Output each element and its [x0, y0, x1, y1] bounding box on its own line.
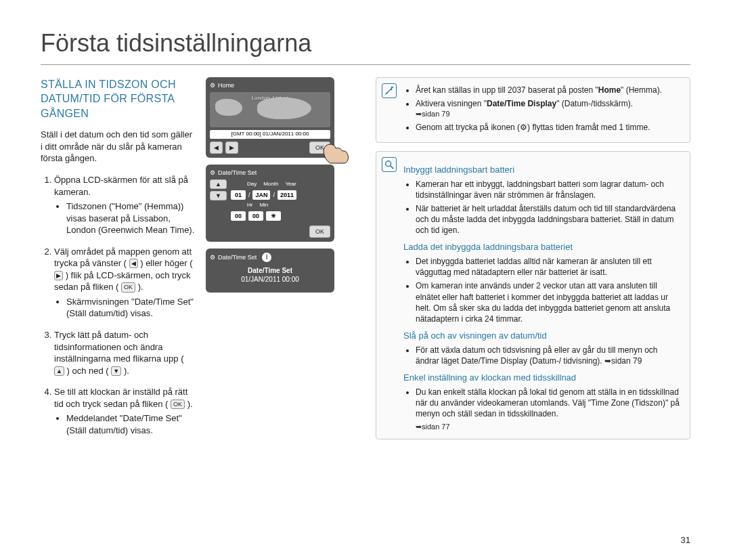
step-4-sub: Meddelandet "Date/Time Set" (Ställ datum…: [66, 412, 196, 436]
map-prev-button[interactable]: ◀: [210, 142, 223, 154]
step-3b: ) och ned (: [67, 366, 109, 376]
map-location: London, Lisbon: [252, 95, 289, 102]
screens-column: ⚙ Home London, Lisbon [GMT 00:00] 01/JAN…: [206, 77, 355, 448]
step-3c: ).: [124, 366, 129, 376]
screen-datetime-title: Date/Time Set: [218, 169, 257, 177]
world-map: London, Lisbon: [210, 92, 330, 127]
info-icon: i: [262, 253, 271, 262]
label-min: Min: [259, 202, 268, 209]
info-bullet-2: Aktivera visningen "Date/Time Display" (…: [416, 98, 682, 119]
step-4a: Se till att klockan är inställd på rätt …: [54, 387, 187, 409]
value-month[interactable]: JAN: [252, 190, 270, 200]
step-2: Välj området på mappen genom att trycka …: [54, 246, 196, 320]
note-h1-b1: Kameran har ett inbyggt, laddningsbart b…: [416, 179, 682, 200]
screen-confirm-title: Date/Time Set: [218, 253, 257, 261]
datetime-down-button[interactable]: ▼: [210, 191, 227, 200]
note-h4: Enkel inställning av klockan med tidsski…: [403, 372, 682, 384]
time-header: Hr Min: [247, 202, 330, 209]
screen-home: ⚙ Home London, Lisbon [GMT 00:00] 01/JAN…: [206, 77, 334, 158]
datetime-ok-button[interactable]: OK: [309, 225, 330, 238]
value-min[interactable]: 00: [248, 211, 263, 221]
label-year: Year: [285, 181, 296, 188]
step-1: Öppna LCD-skärmen för att slå på kameran…: [54, 174, 196, 236]
label-hr: Hr: [247, 202, 252, 209]
note-h1: Inbyggt laddningsbart batteri: [403, 164, 682, 176]
note-box: Inbyggt laddningsbart batteri Kameran ha…: [376, 151, 690, 439]
screen-home-title: Home: [218, 81, 234, 89]
info-bullet-1: Året kan ställas in upp till 2037 basera…: [416, 85, 682, 95]
up-arrow-icon: ▲: [54, 366, 64, 376]
note-h2-b1: Det inbyggda batteriet laddas alltid när…: [416, 256, 682, 278]
svg-line-1: [391, 166, 393, 169]
note-h4-b1: Du kan enkelt ställa klockan på lokal ti…: [416, 387, 682, 420]
step-4b: ).: [187, 399, 193, 409]
value-hr[interactable]: 00: [231, 211, 246, 221]
info-bullet-3: Genom att trycka på ikonen (⚙) flyttas t…: [416, 122, 682, 133]
note-icon: [382, 83, 397, 98]
step-1-text: Öppna LCD-skärmen för att slå på kameran…: [54, 175, 188, 197]
note-h3-b1: För att växla datum och tidsvisning på e…: [416, 345, 682, 366]
page-number: 31: [681, 534, 690, 546]
ok-tag-2: OK: [171, 400, 185, 409]
magnifier-icon: [382, 157, 397, 172]
gear-icon: ⚙: [210, 253, 215, 261]
confirm-line2: 01/JAN/2011 00:00: [210, 275, 330, 284]
svg-point-0: [386, 161, 391, 167]
info-box: Året kan ställas in upp till 2037 basera…: [376, 77, 690, 143]
step-4: Se till att klockan är inställd på rätt …: [54, 386, 196, 436]
note-h1-b2: När batteriet är helt urladdat återställ…: [416, 203, 682, 236]
step-2d: ).: [138, 282, 143, 292]
note-h4-ref: ➥sidan 77: [416, 422, 682, 432]
note-h3: Slå på och av visningen av datum/tid: [403, 330, 682, 342]
screen-datetime: ⚙ Date/Time Set ▲ ▼ Day Month Year: [206, 165, 334, 242]
datetime-header: Day Month Year: [247, 181, 330, 188]
down-arrow-icon: ▼: [111, 366, 121, 376]
screen-confirm: ⚙ Date/Time Set i Date/Time Set 01/JAN/2…: [206, 249, 334, 293]
gear-icon: ⚙: [210, 169, 215, 177]
map-next-button[interactable]: ▶: [225, 142, 238, 154]
finger-icon: [318, 131, 352, 165]
separator: /: [273, 191, 275, 199]
intro-text: Ställ i det datum och den tid som gäller…: [41, 129, 196, 165]
confirm-line1: Date/Time Set: [210, 266, 330, 276]
dst-icon[interactable]: ☀: [266, 211, 281, 221]
gear-icon: ⚙: [210, 81, 215, 89]
steps-list: Öppna LCD-skärmen för att slå på kameran…: [41, 174, 196, 436]
note-h2: Ladda det inbyggda laddningsbara batteri…: [403, 241, 682, 253]
right-arrow-icon: ▶: [54, 271, 63, 280]
ok-tag: OK: [121, 282, 135, 292]
step-2b: ) eller höger (: [140, 258, 192, 268]
separator: /: [248, 191, 250, 199]
value-year[interactable]: 2011: [278, 190, 296, 200]
step-1-sub: Tidszonen ("Home" (Hemma)) visas baserat…: [66, 200, 196, 236]
gmt-display: [GMT 00:00] 01/JAN/2011 00:00: [210, 130, 330, 139]
info-ref-1: ➥sidan 79: [416, 109, 682, 119]
section-heading: STÄLLA IN TIDSZON OCH DATUM/TID FÖR FÖRS…: [41, 77, 196, 121]
step-3: Tryck lätt på datum- och tidsinformation…: [54, 329, 196, 376]
left-arrow-icon: ◀: [129, 259, 138, 268]
note-h2-b2: Om kameran inte används under 2 veckor u…: [416, 280, 682, 324]
step-2-sub: Skärmvisningen "Date/Time Set" (Ställ da…: [66, 296, 196, 320]
label-month: Month: [263, 181, 278, 188]
label-day: Day: [247, 181, 257, 188]
step-3a: Tryck lätt på datum- och tidsinformation…: [54, 330, 184, 364]
datetime-up-button[interactable]: ▲: [210, 179, 227, 189]
value-day[interactable]: 01: [231, 190, 246, 200]
page-title: Första tidsinställningarna: [41, 27, 690, 65]
